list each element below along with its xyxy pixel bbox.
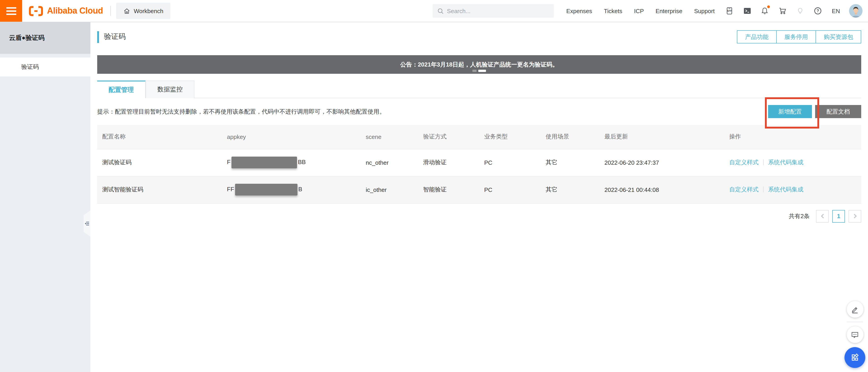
grid-diamond-icon — [850, 353, 860, 362]
svg-text:APP: APP — [727, 10, 732, 12]
cell-actions: 自定义样式系统代码集成 — [724, 149, 861, 176]
nav-support[interactable]: Support — [694, 7, 715, 14]
redaction-box — [235, 184, 298, 196]
notifications-bell-icon[interactable] — [761, 7, 769, 15]
product-features-button[interactable]: 产品功能 — [737, 30, 777, 44]
nav-icp[interactable]: ICP — [634, 7, 644, 14]
appkey-suffix: B — [298, 186, 302, 193]
col-verify-type: 验证方式 — [418, 125, 479, 149]
prev-page-button[interactable] — [816, 210, 829, 223]
config-table: 配置名称 appkey scene 验证方式 业务类型 使用场景 最后更新 操作… — [97, 125, 861, 203]
announcement-banner: 公告：2021年3月18日起，人机验证产品统一更名为验证码。 — [97, 55, 861, 74]
nav-tickets[interactable]: Tickets — [604, 7, 622, 14]
table-row: 测试验证码 FBB nc_other 滑动验证 PC 其它 2022-06-20… — [97, 149, 861, 176]
system-code-link[interactable]: 系统代码集成 — [768, 159, 803, 166]
total-count: 共有2条 — [789, 212, 810, 220]
cell-config-name: 测试验证码 — [97, 149, 222, 176]
locale-switcher[interactable]: EN — [832, 7, 840, 14]
title-accent-bar — [97, 31, 99, 43]
custom-style-link[interactable]: 自定义样式 — [729, 159, 758, 166]
col-updated: 最后更新 — [599, 125, 724, 149]
survey-pencil-button[interactable] — [846, 301, 863, 318]
pencil-icon — [851, 305, 859, 313]
cell-biz-type: PC — [479, 176, 541, 203]
alibaba-cloud-console: Alibaba Cloud Workbench Expenses Tickets… — [0, 0, 868, 372]
tab-bar: 配置管理 数据监控 — [97, 81, 861, 98]
header-icons: APP — [725, 7, 822, 15]
header-nav: Expenses Tickets ICP Enterprise Support — [566, 7, 715, 14]
nav-expenses[interactable]: Expenses — [566, 7, 592, 14]
help-icon[interactable]: ? — [814, 7, 822, 15]
page-title-text: 验证码 — [104, 32, 126, 41]
cell-scene: nc_other — [361, 149, 418, 176]
carousel-dot-1[interactable] — [472, 70, 476, 72]
search-input[interactable] — [447, 7, 542, 14]
col-scene: scene — [361, 125, 418, 149]
page-number-button[interactable]: 1 — [832, 210, 845, 223]
page-title: 验证码 — [97, 31, 126, 43]
page-head: 验证码 产品功能 服务停用 购买资源包 — [97, 29, 861, 45]
alibaba-cloud-logo[interactable]: Alibaba Cloud — [29, 5, 103, 17]
floating-buttons — [844, 301, 865, 368]
cell-biz-type: PC — [479, 149, 541, 176]
cloud-shell-icon[interactable] — [743, 7, 751, 15]
col-config-name: 配置名称 — [97, 125, 222, 149]
cell-verify-type: 滑动验证 — [418, 149, 479, 176]
feedback-chat-button[interactable] — [846, 326, 863, 343]
svg-text:?: ? — [816, 8, 819, 13]
notification-badge — [767, 5, 770, 8]
workbench-label: Workbench — [134, 7, 163, 14]
col-actions: 操作 — [724, 125, 861, 149]
home-icon — [123, 7, 130, 14]
table-row: 测试智能验证码 FFB ic_other 智能验证 PC 其它 2022-06-… — [97, 176, 861, 203]
appkey-prefix: FF — [227, 186, 234, 193]
user-avatar[interactable] — [849, 4, 863, 18]
cell-config-name: 测试智能验证码 — [97, 176, 222, 203]
apps-launcher-button[interactable] — [844, 347, 865, 368]
redaction-box — [231, 156, 297, 168]
tip-row: 提示：配置管理目前暂时无法支持删除，若不再使用该条配置，代码中不进行调用即可，不… — [97, 105, 861, 118]
buy-resource-pack-button[interactable]: 购买资源包 — [815, 30, 861, 44]
carousel-dot-2[interactable] — [478, 70, 486, 72]
table-header-row: 配置名称 appkey scene 验证方式 业务类型 使用场景 最后更新 操作 — [97, 125, 861, 149]
chevron-right-icon — [852, 214, 857, 218]
carousel-indicators — [472, 70, 486, 72]
cart-icon[interactable] — [778, 7, 786, 15]
col-appkey: appkey — [222, 125, 361, 149]
hamburger-menu-button[interactable] — [0, 0, 22, 22]
sidebar: 云盾●验证码 验证码 — [0, 22, 90, 372]
nav-enterprise[interactable]: Enterprise — [655, 7, 682, 14]
cell-appkey: FBB — [222, 149, 361, 176]
action-buttons: 新增配置 配置文档 — [768, 105, 861, 118]
custom-style-link[interactable]: 自定义样式 — [729, 186, 758, 193]
pagination: 共有2条 1 — [97, 210, 861, 223]
global-header: Alibaba Cloud Workbench Expenses Tickets… — [0, 0, 868, 22]
config-docs-button[interactable]: 配置文档 — [815, 105, 861, 118]
cell-usage: 其它 — [541, 176, 599, 203]
sidebar-collapse-handle[interactable] — [84, 210, 90, 237]
tab-config-management[interactable]: 配置管理 — [97, 81, 146, 98]
system-code-link[interactable]: 系统代码集成 — [768, 186, 803, 193]
tip-text: 提示：配置管理目前暂时无法支持删除，若不再使用该条配置，代码中不进行调用即可，不… — [97, 108, 385, 116]
next-page-button[interactable] — [848, 210, 861, 223]
cell-verify-type: 智能验证 — [418, 176, 479, 203]
add-config-button[interactable]: 新增配置 — [768, 105, 812, 118]
announcement-text: 公告：2021年3月18日起，人机验证产品统一更名为验证码。 — [400, 60, 558, 68]
page-header-buttons: 产品功能 服务停用 购买资源包 — [737, 30, 861, 44]
global-search[interactable] — [432, 4, 554, 18]
cell-scene: ic_other — [361, 176, 418, 203]
alibaba-cloud-logo-icon — [29, 5, 43, 17]
workbench-button[interactable]: Workbench — [116, 3, 170, 19]
service-disable-button[interactable]: 服务停用 — [776, 30, 816, 44]
col-biz-type: 业务类型 — [479, 125, 541, 149]
logo-text: Alibaba Cloud — [47, 6, 103, 16]
mobile-app-icon[interactable]: APP — [725, 7, 734, 15]
chevron-left-icon — [821, 214, 825, 218]
fab-divider — [847, 322, 863, 322]
main-content: 验证码 产品功能 服务停用 购买资源包 公告：2021年3月18日起，人机验证产… — [90, 22, 868, 372]
link-separator — [763, 159, 764, 165]
tab-data-monitoring[interactable]: 数据监控 — [146, 81, 194, 98]
sidebar-item-captcha[interactable]: 验证码 — [0, 57, 90, 77]
link-separator — [763, 187, 764, 192]
lightbulb-icon[interactable] — [796, 7, 804, 15]
